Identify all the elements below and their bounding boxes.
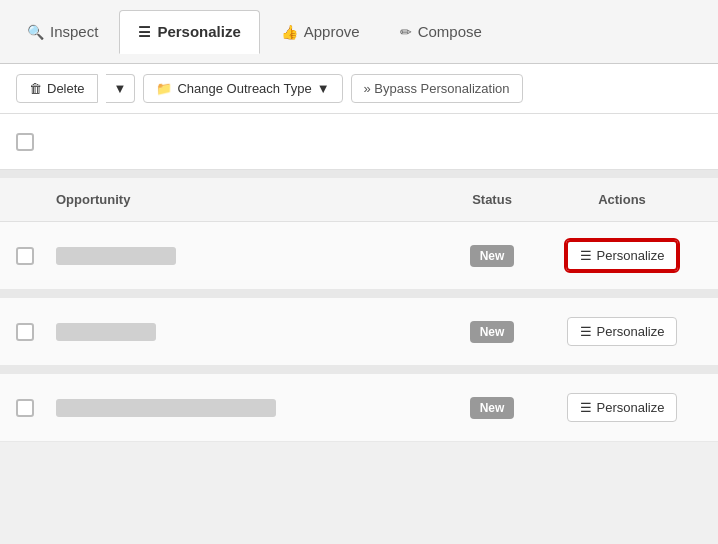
tab-personalize-label: Personalize (157, 23, 240, 40)
content-area: Opportunity Status Actions New ☰ Persona… (0, 114, 718, 442)
list-icon-1: ☰ (580, 248, 592, 263)
table-row: New ☰ Personalize (0, 298, 718, 366)
toolbar: 🗑 Delete ▼ 📁 Change Outreach Type ▼ » By… (0, 64, 718, 114)
tab-bar: 🔍 Inspect ☰ Personalize 👍 Approve ✏ Comp… (0, 0, 718, 64)
personalize-button-2[interactable]: ☰ Personalize (567, 317, 678, 346)
select-all-checkbox[interactable] (16, 133, 34, 151)
tab-compose[interactable]: ✏ Compose (381, 10, 501, 54)
header-row (0, 114, 718, 170)
personalize-label-3: Personalize (597, 400, 665, 415)
personalize-button-3[interactable]: ☰ Personalize (567, 393, 678, 422)
folder-icon: 📁 (156, 81, 172, 96)
separator (0, 170, 718, 178)
change-outreach-label: Change Outreach Type (177, 81, 311, 96)
delete-dropdown-button[interactable]: ▼ (106, 74, 136, 103)
tab-compose-label: Compose (418, 23, 482, 40)
separator-2 (0, 290, 718, 298)
list-icon-2: ☰ (580, 324, 592, 339)
column-status: Status (442, 192, 542, 207)
tab-inspect-label: Inspect (50, 23, 98, 40)
row-checkbox-3[interactable] (16, 399, 34, 417)
status-badge-1: New (470, 245, 515, 267)
status-badge-2: New (470, 321, 515, 343)
delete-label: Delete (47, 81, 85, 96)
table-row: New ☰ Personalize (0, 222, 718, 290)
opportunity-placeholder-1 (56, 247, 176, 265)
tab-inspect[interactable]: 🔍 Inspect (8, 10, 117, 54)
table-header: Opportunity Status Actions (0, 178, 718, 222)
column-opportunity: Opportunity (56, 192, 442, 207)
bypass-personalization-button[interactable]: » Bypass Personalization (351, 74, 523, 103)
tab-personalize[interactable]: ☰ Personalize (119, 10, 259, 54)
inspect-icon: 🔍 (27, 24, 44, 40)
status-badge-3: New (470, 397, 515, 419)
opportunity-placeholder-3 (56, 399, 276, 417)
personalize-label-2: Personalize (597, 324, 665, 339)
approve-icon: 👍 (281, 24, 298, 40)
change-outreach-button[interactable]: 📁 Change Outreach Type ▼ (143, 74, 342, 103)
separator-3 (0, 366, 718, 374)
column-actions: Actions (542, 192, 702, 207)
tab-approve-label: Approve (304, 23, 360, 40)
personalize-label-1: Personalize (597, 248, 665, 263)
delete-button[interactable]: 🗑 Delete (16, 74, 98, 103)
list-icon-3: ☰ (580, 400, 592, 415)
personalize-icon: ☰ (138, 24, 151, 40)
compose-icon: ✏ (400, 24, 412, 40)
row-checkbox-2[interactable] (16, 323, 34, 341)
bypass-label: » Bypass Personalization (364, 81, 510, 96)
opportunity-placeholder-2 (56, 323, 156, 341)
table-row: New ☰ Personalize (0, 374, 718, 442)
chevron-down-icon: ▼ (114, 81, 127, 96)
row-checkbox-1[interactable] (16, 247, 34, 265)
tab-approve[interactable]: 👍 Approve (262, 10, 379, 54)
change-dropdown-icon: ▼ (317, 81, 330, 96)
personalize-button-1[interactable]: ☰ Personalize (566, 240, 679, 271)
trash-icon: 🗑 (29, 81, 42, 96)
